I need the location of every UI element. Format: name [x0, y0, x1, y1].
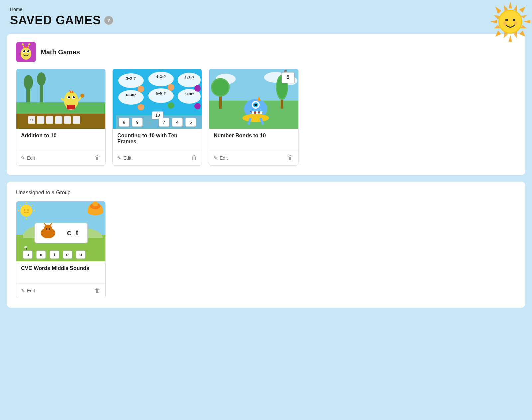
edit-icon: ✎ — [21, 155, 25, 161]
svg-point-26 — [23, 50, 25, 52]
svg-point-63 — [148, 72, 174, 86]
svg-text:4+3=?: 4+3=? — [156, 75, 166, 79]
svg-point-135 — [92, 202, 98, 206]
edit-label: Edit — [27, 288, 35, 293]
svg-point-27 — [27, 50, 29, 52]
svg-text:o: o — [66, 252, 69, 257]
svg-point-74 — [168, 84, 174, 91]
delete-button-cvc[interactable]: 🗑 — [95, 287, 101, 294]
edit-icon: ✎ — [117, 155, 121, 161]
svg-marker-2 — [490, 20, 497, 23]
svg-text:5: 5 — [287, 74, 290, 80]
svg-rect-39 — [16, 102, 105, 114]
svg-point-23 — [21, 48, 31, 60]
page-title: SAVED GAMES — [10, 13, 101, 27]
delete-button-counting[interactable]: 🗑 — [191, 154, 197, 161]
game-title-cvc: CVC Words Middle Sounds — [21, 265, 101, 280]
svg-text:e: e — [40, 252, 42, 257]
svg-marker-5 — [519, 7, 525, 13]
game-info-cvc: CVC Words Middle Sounds — [16, 261, 105, 280]
svg-rect-56 — [55, 116, 62, 124]
game-thumbnail-cvc[interactable]: c_t a e i — [16, 201, 105, 261]
game-thumbnail-counting[interactable]: 3+3=? 4+3=? 2+2=? 6+3=? 5+5=? 3+2=? — [113, 69, 202, 129]
games-grid: 19 Addition to 10 ✎ Edit 🗑 — [16, 69, 516, 166]
group-name: Math Games — [41, 48, 80, 56]
svg-text:4: 4 — [176, 120, 179, 125]
svg-point-76 — [138, 104, 144, 110]
svg-point-45 — [73, 96, 75, 98]
game-actions-addition: ✎ Edit 🗑 — [16, 151, 105, 165]
svg-text:5: 5 — [189, 120, 192, 125]
svg-marker-4 — [495, 7, 501, 14]
svg-point-67 — [118, 90, 144, 105]
main-content: Math Games — [7, 34, 525, 308]
game-actions-cvc: ✎ Edit 🗑 — [16, 283, 105, 298]
svg-point-69 — [148, 88, 174, 103]
svg-rect-55 — [46, 116, 53, 124]
game-info-addition: Addition to 10 — [16, 129, 105, 147]
svg-point-21 — [514, 22, 517, 25]
delete-button-addition[interactable]: 🗑 — [95, 154, 101, 161]
svg-text:7: 7 — [163, 120, 165, 125]
edit-button-cvc[interactable]: ✎ Edit — [21, 288, 35, 293]
svg-point-130 — [24, 209, 25, 211]
game-title-bonds: Number Bonds to 10 — [214, 133, 294, 147]
delete-button-bonds[interactable]: 🗑 — [288, 154, 294, 161]
svg-marker-0 — [509, 2, 512, 8]
svg-point-38 — [37, 72, 46, 86]
sun-decoration — [489, 0, 532, 43]
svg-point-100 — [212, 79, 228, 95]
game-card-cvc: c_t a e i — [16, 201, 106, 298]
help-icon[interactable]: ? — [104, 16, 113, 25]
edit-button-addition[interactable]: ✎ Edit — [21, 155, 35, 161]
svg-rect-113 — [252, 111, 254, 114]
game-info-counting: Counting to 10 with Ten Frames — [113, 129, 202, 147]
edit-icon: ✎ — [214, 155, 218, 161]
svg-point-73 — [138, 86, 144, 92]
svg-point-77 — [168, 102, 174, 109]
game-card-addition: 19 Addition to 10 ✎ Edit 🗑 — [16, 69, 106, 166]
game-card-counting: 3+3=? 4+3=? 2+2=? 6+3=? 5+5=? 3+2=? — [112, 69, 202, 166]
breadcrumb[interactable]: Home — [10, 7, 522, 12]
svg-point-31 — [28, 43, 30, 45]
edit-button-bonds[interactable]: ✎ Edit — [214, 155, 228, 161]
svg-rect-115 — [260, 111, 262, 114]
game-actions-bonds: ✎ Edit 🗑 — [209, 151, 298, 165]
svg-rect-106 — [285, 70, 287, 71]
edit-label: Edit — [123, 155, 131, 161]
svg-rect-57 — [64, 116, 71, 124]
edit-button-counting[interactable]: ✎ Edit — [117, 155, 131, 161]
svg-point-29 — [22, 43, 24, 45]
svg-point-141 — [46, 228, 47, 230]
unassigned-section: Unassigned to a Group — [7, 182, 525, 308]
svg-marker-1 — [509, 35, 512, 42]
game-title-counting: Counting to 10 with Ten Frames — [117, 133, 197, 147]
svg-text:9: 9 — [136, 120, 138, 125]
svg-text:6: 6 — [123, 120, 125, 125]
svg-point-20 — [503, 22, 507, 25]
svg-text:c_t: c_t — [67, 228, 79, 237]
svg-text:☞: ☞ — [146, 119, 151, 126]
game-card-bonds: 5 — [209, 69, 299, 166]
svg-rect-54 — [37, 116, 44, 124]
game-thumbnail-bonds[interactable]: 5 — [209, 69, 298, 129]
unassigned-games-grid: c_t a e i — [16, 201, 516, 298]
svg-point-36 — [24, 75, 33, 90]
group-header: Math Games — [16, 42, 516, 62]
svg-text:i: i — [54, 252, 55, 257]
svg-point-111 — [254, 104, 257, 106]
svg-text:3+2=?: 3+2=? — [185, 92, 194, 96]
edit-icon: ✎ — [21, 288, 25, 293]
svg-point-19 — [513, 19, 515, 21]
svg-point-142 — [49, 228, 50, 230]
group-icon — [16, 42, 36, 62]
svg-marker-7 — [519, 31, 525, 37]
svg-text:2+2=?: 2+2=? — [185, 76, 194, 80]
page-header: Home SAVED GAMES ? — [0, 0, 532, 31]
svg-point-44 — [68, 96, 70, 98]
svg-rect-48 — [67, 105, 75, 109]
svg-text:6+3=?: 6+3=? — [126, 93, 136, 97]
svg-point-61 — [118, 73, 144, 88]
game-thumbnail-addition[interactable]: 19 — [16, 69, 105, 129]
svg-text:10: 10 — [155, 113, 160, 118]
